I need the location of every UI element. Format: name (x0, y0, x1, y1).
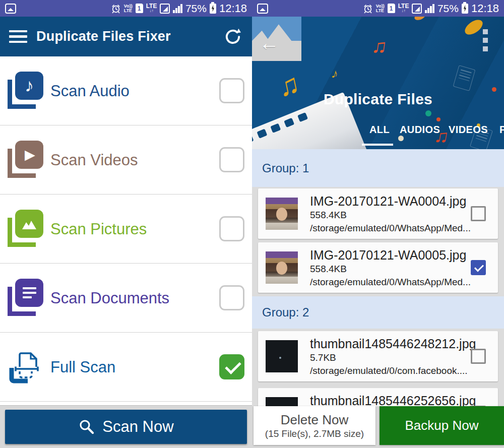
bottom-strip: Scan Now (0, 405, 252, 448)
delete-now-summary: (15 File(s), 2.7MB size) (265, 428, 364, 440)
file-card-3[interactable]: thumbnail1485446248212.jpg 5.7KB /storag… (258, 331, 498, 381)
active-tab-underline (362, 144, 393, 146)
file-size: 558.4KB (310, 209, 461, 222)
alarm-icon (363, 4, 373, 14)
document-stack-icon (7, 279, 45, 317)
status-bar-left: Vo))LTE 1 LTE↓↑ 75% 12:18 (0, 0, 252, 17)
sim-icon: 1 (388, 4, 395, 13)
group-header-1: Group: 1 (252, 149, 504, 187)
scan-videos-label: Scan Videos (50, 125, 138, 195)
file-size: 5.7KB (310, 351, 461, 364)
dot-icon (425, 110, 431, 116)
page-title: Duplicate Files (252, 91, 504, 108)
scan-pictures-label: Scan Pictures (50, 195, 147, 264)
paint-blob-icon (414, 17, 426, 21)
group-header-2: Group: 2 (252, 296, 504, 329)
play-icon: ▶ (25, 148, 35, 162)
scan-row-videos[interactable]: ▶ Scan Videos (0, 125, 252, 195)
scan-row-documents[interactable]: Scan Documents (0, 264, 252, 333)
delete-now-button[interactable]: Delete Now (15 File(s), 2.7MB size) (254, 406, 375, 445)
battery-icon (462, 4, 468, 14)
file-card-1[interactable]: IMG-20170121-WA0004.jpg 558.4KB /storage… (258, 188, 498, 239)
lte-indicator: LTE↓↑ (146, 4, 157, 13)
clock: 12:18 (219, 2, 247, 15)
overflow-menu-icon[interactable] (483, 29, 488, 51)
refresh-icon[interactable] (223, 27, 243, 47)
action-bar: Delete Now (15 File(s), 2.7MB size) Back… (252, 406, 504, 448)
tab-audios[interactable]: AUDIOS (400, 124, 440, 136)
full-scan-label: Full Scan (50, 333, 115, 402)
battery-icon (210, 4, 216, 14)
scan-now-button[interactable]: Scan Now (5, 410, 247, 444)
file-thumbnail (266, 251, 298, 284)
tab-all[interactable]: ALL (369, 124, 390, 136)
clock: 12:18 (471, 2, 499, 15)
scan-now-label: Scan Now (102, 418, 173, 436)
delete-now-label: Delete Now (281, 412, 348, 428)
paint-blob-icon (462, 17, 485, 38)
file-checkbox[interactable] (471, 349, 486, 364)
screenshot-icon (5, 4, 16, 14)
volte-indicator: Vo))LTE (124, 4, 133, 13)
scan-videos-checkbox[interactable] (219, 147, 244, 172)
app-bar: Duplicate Files Fixer (0, 17, 252, 56)
file-path: /storage/emulated/0/com.facebook.... (310, 364, 461, 377)
document-doodle-icon (453, 65, 476, 91)
scan-row-pictures[interactable]: Scan Pictures (0, 195, 252, 264)
alarm-icon (111, 4, 121, 14)
file-card-2[interactable]: IMG-20170121-WA0005.jpg 558.4KB /storage… (258, 242, 498, 293)
music-note-doodle-icon: ♪ (330, 67, 340, 81)
group-label: Group: 1 (262, 161, 309, 175)
scan-documents-checkbox[interactable] (219, 285, 244, 310)
file-path: /storage/emulated/0/WhatsApp/Med... (310, 276, 461, 289)
mobile-data-box-icon (412, 4, 422, 14)
scan-row-audio[interactable]: ♪ Scan Audio (0, 56, 252, 125)
full-scan-icon (7, 348, 45, 386)
file-name: thumbnail1485446248212.jpg (310, 336, 461, 351)
file-thumbnail (266, 198, 298, 230)
scan-audio-checkbox[interactable] (219, 78, 244, 103)
picture-stack-icon (7, 210, 45, 248)
lte-indicator: LTE↓↑ (398, 4, 409, 13)
audio-stack-icon: ♪ (7, 72, 45, 110)
left-screen: Vo))LTE 1 LTE↓↑ 75% 12:18 Duplicate File… (0, 0, 252, 448)
battery-percent: 75% (437, 3, 459, 15)
backup-now-button[interactable]: Backup Now (380, 406, 504, 445)
charging-bolt-icon (211, 5, 215, 12)
screenshot-icon (257, 4, 268, 14)
volte-indicator: Vo))LTE (376, 4, 385, 13)
dot-icon (436, 117, 440, 121)
mountains-icon (21, 217, 38, 230)
magnifier-icon (78, 418, 95, 435)
scan-row-full[interactable]: Full Scan (0, 333, 252, 402)
mobile-data-box-icon (160, 4, 170, 14)
duplicate-files-header: ♫ ♫ ♪ ♫ ← Duplicate Files (252, 17, 504, 149)
file-name: IMG-20170121-WA0005.jpg (310, 247, 461, 263)
backup-now-label: Backup Now (405, 418, 479, 433)
music-note-icon: ♪ (25, 77, 34, 95)
signal-bars-icon (173, 4, 182, 13)
tab-videos[interactable]: VIDEOS (449, 124, 488, 136)
charging-bolt-icon (463, 5, 467, 12)
screen: Vo))LTE 1 LTE↓↑ 75% 12:18 Duplicate File… (0, 0, 504, 448)
menu-icon[interactable] (9, 30, 27, 43)
document-lines-icon (23, 287, 36, 299)
scan-documents-label: Scan Documents (50, 264, 169, 333)
file-checkbox[interactable] (471, 206, 486, 221)
full-scan-checkbox[interactable] (219, 354, 244, 379)
back-arrow-icon[interactable]: ← (259, 33, 279, 53)
tab-bar: ALL AUDIOS VIDEOS P (252, 124, 504, 139)
status-bar-right: Vo))LTE 1 LTE↓↑ 75% 12:18 (252, 0, 504, 17)
app-title: Duplicate Files Fixer (36, 29, 171, 44)
group-label: Group: 2 (262, 305, 309, 319)
file-checkbox[interactable] (471, 260, 486, 275)
tab-photos[interactable]: P (499, 124, 504, 136)
file-thumbnail (266, 340, 298, 372)
scan-options-list: ♪ Scan Audio ▶ Scan Videos (0, 56, 252, 402)
battery-percent: 75% (185, 3, 207, 15)
right-screen: Vo))LTE 1 LTE↓↑ 75% 12:18 ♫ ♫ ♪ ♫ (252, 0, 504, 448)
scan-pictures-checkbox[interactable] (219, 216, 244, 241)
sim-icon: 1 (136, 4, 143, 13)
signal-bars-icon (425, 4, 434, 13)
music-note-doodle-icon: ♫ (370, 35, 388, 57)
